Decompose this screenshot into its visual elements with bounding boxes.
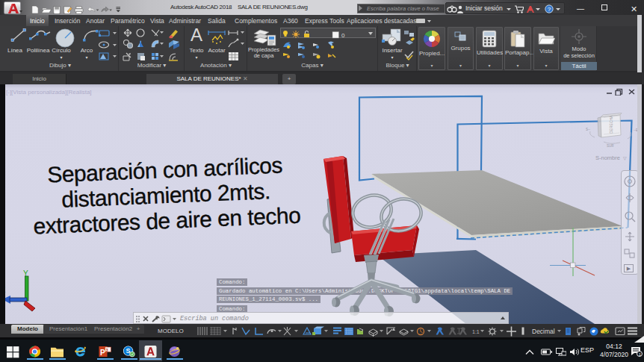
svg-text:1:1: 1:1 <box>472 329 480 334</box>
svg-text:3: 3 <box>106 348 108 352</box>
svg-text:DERECHA: DERECHA <box>609 115 613 134</box>
svg-text:P: P <box>100 349 105 357</box>
svg-text:SUR: SUR <box>607 144 614 148</box>
svg-text:0: 0 <box>341 32 345 39</box>
svg-text:Decimal: Decimal <box>532 328 555 335</box>
svg-text:?: ? <box>548 6 551 13</box>
svg-text:S--: S-- <box>586 128 591 131</box>
